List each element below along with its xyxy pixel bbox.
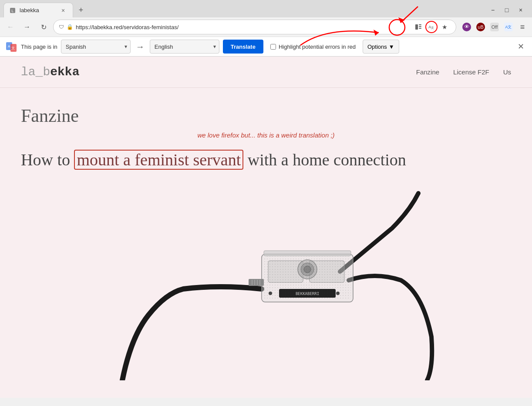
- site-logo: la_bekka: [21, 65, 79, 79]
- svg-text:A文: A文: [505, 25, 512, 29]
- translation-bar: A 文 This page is in Spanish French Germa…: [0, 37, 532, 57]
- svg-text:L: L: [11, 9, 13, 13]
- back-button[interactable]: ←: [3, 20, 17, 34]
- extension-3-icon[interactable]: Off: [488, 21, 501, 33]
- svg-text:文: 文: [11, 46, 15, 50]
- translate-ext-icon[interactable]: A文: [502, 21, 515, 33]
- article-heading: How to mount a feminist servant with a h…: [21, 149, 511, 171]
- maximize-button[interactable]: □: [501, 4, 513, 16]
- bookmark-button[interactable]: ★: [438, 21, 451, 33]
- options-button[interactable]: Options ▼: [363, 40, 399, 54]
- svg-text:Off: Off: [492, 24, 498, 30]
- ublock-icon[interactable]: uB: [475, 21, 487, 33]
- nav-license[interactable]: License F2F: [453, 68, 489, 76]
- highlighted-phrase: mount a feminist servant: [74, 150, 243, 170]
- security-icon: 🛡: [59, 24, 64, 30]
- translate-button[interactable]: Translate: [223, 40, 263, 54]
- reader-view-button[interactable]: [412, 21, 424, 33]
- close-window-button[interactable]: ×: [515, 4, 527, 16]
- site-header: la_bekka Fanzine License F2F Us: [0, 57, 532, 88]
- svg-rect-4: [419, 26, 421, 27]
- page-is-in-label: This page is in: [21, 44, 57, 50]
- svg-rect-2: [415, 24, 418, 30]
- source-lang-wrapper: Spanish French German: [61, 40, 131, 54]
- nav-fanzine[interactable]: Fanzine: [416, 68, 439, 76]
- weird-translation-note: we love firefox but... this is a weird t…: [21, 131, 511, 139]
- browser-window: L labekka × + − □ × ← → ↻ 🛡 🔒 https://la…: [0, 0, 532, 398]
- options-chevron-icon: ▼: [389, 44, 394, 50]
- target-language-select[interactable]: English French German: [150, 40, 219, 54]
- svg-text:uB: uB: [478, 24, 483, 30]
- svg-rect-35: [249, 279, 264, 286]
- svg-text:A: A: [8, 44, 10, 48]
- svg-rect-40: [264, 256, 351, 300]
- new-tab-button[interactable]: +: [75, 4, 87, 16]
- svg-rect-3: [419, 24, 421, 25]
- extension-icons: 👁 uB Off A文 ≡: [461, 21, 529, 33]
- target-lang-wrapper: English French German: [150, 40, 219, 54]
- reload-button[interactable]: ↻: [37, 20, 51, 34]
- https-lock-icon: 🔒: [67, 24, 73, 30]
- svg-rect-5: [419, 28, 421, 29]
- privacy-badger-icon[interactable]: 👁: [461, 21, 473, 33]
- close-translation-bar-button[interactable]: ✕: [515, 40, 527, 53]
- website-content: la_bekka Fanzine License F2F Us Fanzine …: [0, 57, 532, 398]
- forward-button[interactable]: →: [20, 20, 34, 34]
- tab-bar: L labekka × + − □ ×: [0, 0, 532, 17]
- svg-rect-25: [264, 251, 351, 256]
- nav-us[interactable]: Us: [503, 68, 511, 76]
- svg-text:👁: 👁: [464, 23, 470, 30]
- device-illustration: BEKKABERRI: [96, 185, 436, 380]
- site-content: Fanzine we love firefox but... this is a…: [0, 88, 532, 398]
- device-svg: BEKKABERRI: [96, 185, 436, 380]
- minimize-button[interactable]: −: [487, 4, 499, 16]
- translate-page-icon: A 文: [5, 40, 17, 53]
- source-language-select[interactable]: Spanish French German: [61, 40, 131, 54]
- site-nav: Fanzine License F2F Us: [416, 68, 511, 76]
- translate-icon-button[interactable]: A文: [425, 21, 438, 33]
- tab-favicon: L: [9, 7, 16, 14]
- browser-menu-button[interactable]: ≡: [516, 21, 529, 33]
- url-text: https://labekka.red/servidoras-feminista…: [76, 24, 410, 30]
- tab-title: labekka: [20, 7, 55, 13]
- address-bar-row: ← → ↻ 🛡 🔒 https://labekka.red/servidoras…: [0, 17, 532, 37]
- highlight-errors-label: Highlight potential errors in red: [270, 44, 356, 50]
- highlight-errors-checkbox[interactable]: [270, 44, 276, 50]
- browser-tab[interactable]: L labekka ×: [3, 3, 73, 17]
- arrow-icon: →: [136, 42, 145, 52]
- tab-close-button[interactable]: ×: [59, 6, 67, 15]
- address-bar[interactable]: 🛡 🔒 https://labekka.red/servidoras-femin…: [53, 20, 456, 34]
- page-title: Fanzine: [21, 105, 511, 126]
- svg-text:文: 文: [431, 26, 434, 29]
